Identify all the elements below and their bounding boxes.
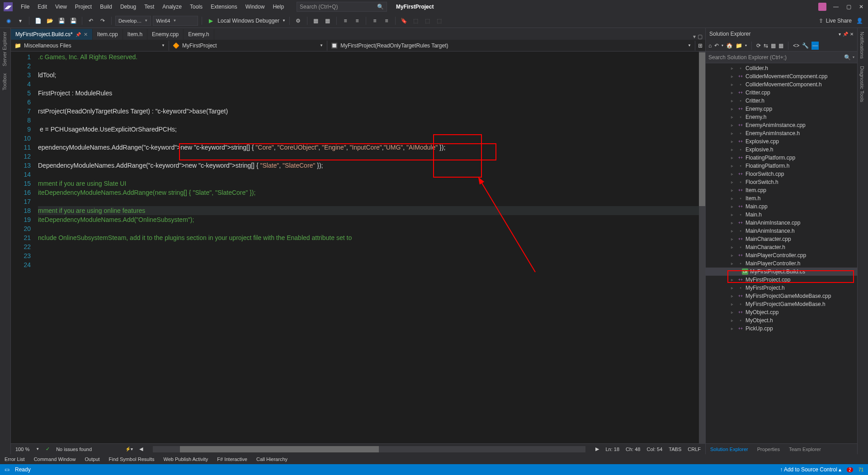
pin-icon[interactable]: 📌 <box>75 32 81 37</box>
expand-arrow-icon[interactable]: ▹ <box>731 277 736 282</box>
menu-edit[interactable]: Edit <box>34 2 51 12</box>
tab-call-hierarchy[interactable]: Call Hierarchy <box>256 456 288 462</box>
tree-file-main-h[interactable]: ▹▫Main.h <box>706 211 857 219</box>
tree-file-item-cpp[interactable]: ▹++Item.cpp <box>706 186 857 194</box>
menu-tools[interactable]: Tools <box>186 2 206 12</box>
expand-arrow-icon[interactable]: ▹ <box>731 294 736 298</box>
tree-file-mainplayercontroller-cpp[interactable]: ▹++MainPlayerController.cpp <box>706 251 857 259</box>
solution-platform-dropdown[interactable]: Win64▼ <box>153 16 198 26</box>
nav-scope-dropdown[interactable]: 📁 Miscellaneous Files ▼ <box>11 41 169 51</box>
tab-error-list[interactable]: Error List <box>5 456 25 462</box>
nav-member-dropdown[interactable]: 🔲 MyFirstProject(ReadOnlyTargetRules Tar… <box>327 41 695 51</box>
tree-file-mainaniminstance-h[interactable]: ▹▫MainAnimInstance.h <box>706 227 857 235</box>
tree-file-main-cpp[interactable]: ▹++Main.cpp <box>706 202 857 211</box>
nav-type-dropdown[interactable]: 🔶 MyFirstProject ▼ <box>169 41 327 51</box>
expand-arrow-icon[interactable]: ▹ <box>731 229 736 233</box>
expand-arrow-icon[interactable]: ▹ <box>731 107 736 111</box>
zoom-level[interactable]: 100 % <box>15 447 29 452</box>
expand-arrow-icon[interactable]: ▹ <box>731 237 736 241</box>
toolbar-icon[interactable]: ▦ <box>323 16 333 26</box>
tree-file-pickup-cpp[interactable]: ▹++PickUp.cpp <box>706 325 857 333</box>
collapse-icon[interactable]: ⇆ <box>764 42 768 49</box>
issues-status[interactable]: No issues found <box>56 447 92 452</box>
tree-file-critter-cpp[interactable]: ▹++Critter.cpp <box>706 89 857 97</box>
tab-web-publish[interactable]: Web Publish Activity <box>163 456 208 462</box>
scroll-left-icon[interactable]: ◀ <box>139 446 143 452</box>
tab-team-explorer[interactable]: Team Explorer <box>784 444 826 454</box>
expand-arrow-icon[interactable]: ▹ <box>731 196 736 201</box>
toolbar-icon[interactable]: ⚙ <box>293 16 303 26</box>
expand-arrow-icon[interactable]: ▹ <box>731 302 736 306</box>
filter-icon[interactable]: — <box>811 42 819 50</box>
expand-arrow-icon[interactable]: ▹ <box>731 188 736 193</box>
toolbar-icon[interactable]: ≡ <box>370 16 380 26</box>
start-debug-label[interactable]: Local Windows Debugger <box>217 18 279 24</box>
expand-arrow-icon[interactable]: ▹ <box>731 221 736 225</box>
close-icon[interactable]: ✕ <box>84 32 88 38</box>
properties-icon[interactable]: ▦ <box>778 42 783 49</box>
tree-file-enemy-cpp[interactable]: ▹++Enemy.cpp <box>706 105 857 113</box>
tab-output[interactable]: Output <box>85 456 100 462</box>
tree-file-enemyaniminstance-cpp[interactable]: ▹++EnemyAnimInstance.cpp <box>706 121 857 129</box>
maximize-button[interactable]: ▢ <box>845 4 852 10</box>
menu-extensions[interactable]: Extensions <box>207 2 241 12</box>
nav-forward-button[interactable]: ▾ <box>15 16 25 26</box>
save-all-button[interactable]: 💾 <box>68 16 78 26</box>
panel-pin-icon[interactable]: 📌 <box>843 32 848 37</box>
expand-arrow-icon[interactable]: ▹ <box>731 326 736 331</box>
expand-arrow-icon[interactable]: ▹ <box>731 164 736 168</box>
home-icon[interactable]: ⌂ <box>708 42 712 49</box>
expand-arrow-icon[interactable]: ▹ <box>731 310 736 315</box>
menu-analyze[interactable]: Analyze <box>159 2 185 12</box>
refresh-icon[interactable]: ⟳ <box>756 42 761 49</box>
toolbox-tab[interactable]: Toolbox <box>0 70 9 94</box>
user-avatar-icon[interactable] <box>818 3 826 11</box>
tree-file-floatingplatform-cpp[interactable]: ▹++FloatingPlatform.cpp <box>706 154 857 162</box>
expand-arrow-icon[interactable]: ▹ <box>731 180 736 184</box>
tab-preview-icon[interactable]: ▾ <box>693 33 696 40</box>
tree-file-collidermovementcomponent-cpp[interactable]: ▹++ColliderMovementComponent.cpp <box>706 72 857 80</box>
tab-command-window[interactable]: Command Window <box>34 456 76 462</box>
expand-arrow-icon[interactable]: ▹ <box>731 212 736 217</box>
tab-enemy-cpp[interactable]: Enemy.cpp <box>147 29 184 40</box>
expand-arrow-icon[interactable]: ▹ <box>731 115 736 119</box>
tab-properties[interactable]: Properties <box>753 444 784 454</box>
tree-file-explosive-h[interactable]: ▹▫Explosive.h <box>706 146 857 154</box>
wrench-icon[interactable]: 🔧 <box>802 42 809 49</box>
expand-arrow-icon[interactable]: ▹ <box>731 318 736 323</box>
menu-test[interactable]: Test <box>141 2 158 12</box>
expand-arrow-icon[interactable]: ▹ <box>731 204 736 209</box>
code-editor[interactable]: 123456789101112131415161718192021222324 … <box>11 52 705 443</box>
toolbar-icon[interactable]: ▦ <box>311 16 321 26</box>
tree-file-myfirstproject-build-cs[interactable]: ▹C#MyFirstProject.Build.cs <box>706 268 857 276</box>
tree-file-enemyaniminstance-h[interactable]: ▹▫EnemyAnimInstance.h <box>706 129 857 137</box>
preview-icon[interactable]: <> <box>793 42 799 49</box>
tree-file-item-h[interactable]: ▹▫Item.h <box>706 194 857 202</box>
expand-arrow-icon[interactable]: ▹ <box>731 139 736 144</box>
tab-solution-explorer[interactable]: Solution Explorer <box>706 444 753 454</box>
close-button[interactable]: ✕ <box>858 4 864 10</box>
folder-icon[interactable]: 📁 <box>736 42 742 49</box>
tree-file-myfirstproject-cpp[interactable]: ▹++MyFirstProject.cpp <box>706 276 857 284</box>
toolbar-icon[interactable]: ⬚ <box>423 16 433 26</box>
error-count[interactable]: 2 <box>847 467 853 472</box>
tree-file-collidermovementcomponent-h[interactable]: ▹▫ColliderMovementComponent.h <box>706 80 857 89</box>
panel-dropdown-icon[interactable]: ▾ <box>839 32 841 37</box>
server-explorer-tab[interactable]: Server Explorer <box>0 28 9 70</box>
lightning-icon[interactable]: ⚡▾ <box>125 447 133 451</box>
toolbar-icon[interactable]: ≡ <box>340 16 350 26</box>
menu-view[interactable]: View <box>52 2 71 12</box>
tree-file-floorswitch-h[interactable]: ▹▫FloorSwitch.h <box>706 178 857 186</box>
toolbar-icon[interactable]: ≡ <box>382 16 392 26</box>
tab-find-symbol[interactable]: Find Symbol Results <box>109 456 155 462</box>
menu-file[interactable]: File <box>17 2 33 12</box>
expand-arrow-icon[interactable]: ▹ <box>731 131 736 136</box>
tree-file-explosive-cpp[interactable]: ▹++Explosive.cpp <box>706 137 857 146</box>
expand-arrow-icon[interactable]: ▹ <box>731 147 736 152</box>
live-share-button[interactable]: Live Share <box>826 18 852 24</box>
menu-help[interactable]: Help <box>269 2 288 12</box>
solution-explorer-search[interactable]: Search Solution Explorer (Ctrl+;) 🔍 ▾ <box>706 52 857 63</box>
expand-arrow-icon[interactable]: ▹ <box>731 245 736 249</box>
tab-item-h[interactable]: Item.h <box>123 29 147 40</box>
menu-window[interactable]: Window <box>242 2 269 12</box>
